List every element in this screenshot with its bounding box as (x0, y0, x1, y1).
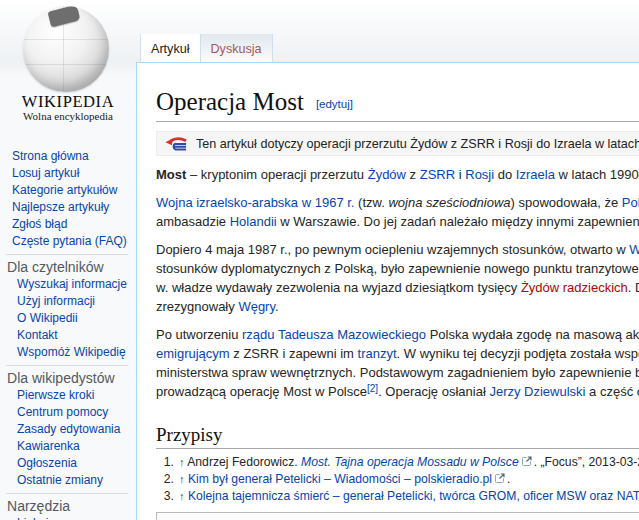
body-text: z ZSRR i zapewni im (230, 346, 358, 361)
wiki-link[interactable]: Wojna izraelsko-arabska w 1967 r. (156, 195, 354, 210)
body-text: ambasadzie (156, 214, 230, 229)
text-line: Po utworzeniu rządu Tadeusza Mazowieckie… (156, 325, 639, 344)
paragraph: Po utworzeniu rządu Tadeusza Mazowieckie… (156, 325, 639, 401)
external-link-icon (522, 454, 532, 471)
wiki-link[interactable]: Żydów (368, 167, 406, 182)
body-text: stosunków dyplomatycznych z Polską, było… (156, 261, 639, 276)
references-list: 1.↑ Andrzej Fedorowicz. Most. Tajna oper… (156, 454, 639, 505)
sidebar-link[interactable]: Losuj artykuł (12, 166, 79, 180)
sidebar-nav: Strona głównaLosuj artykułKategorie arty… (0, 148, 136, 520)
disambiguation-icon (165, 136, 187, 151)
sidebar-item: Zasady edytowania (0, 421, 128, 438)
reference-backlink[interactable]: ↑ (179, 490, 185, 502)
page-title-text: Operacja Most (156, 88, 304, 115)
text-line: Wojna izraelsko-arabska w 1967 r. (tzw. … (156, 193, 639, 212)
wiki-link[interactable]: Kolejna tajemnicza śmierć – generał Pete… (188, 489, 639, 503)
sidebar-link[interactable]: Wyszukaj informacje (17, 277, 127, 291)
wikipedia-globe-logo-icon[interactable] (23, 6, 109, 92)
wiki-link[interactable]: Izraela (516, 167, 555, 182)
sidebar-link[interactable]: Strona główna (12, 149, 89, 163)
sidebar-item: Kontakt (0, 327, 128, 344)
text-line: Most – kryptonim operacji przerzutu Żydó… (156, 165, 639, 184)
sidebar-link[interactable]: Kawiarenka (17, 439, 80, 453)
wiki-link[interactable]: Holandii (230, 214, 277, 229)
wiki-link[interactable]: emigrującym (156, 346, 230, 361)
sidebar-section-heading: Dla wikipedystów (7, 370, 128, 387)
sidebar-link[interactable]: Linkujące (17, 516, 68, 520)
sidebar-item-list: Strona głównaLosuj artykułKategorie arty… (0, 148, 136, 250)
wiki-link[interactable]: Kim był generał Petelicki – Wiadomości –… (188, 472, 492, 486)
external-link-icon (495, 471, 505, 488)
text-line: emigrującym z ZSRR i zapewni im tranzyt.… (156, 344, 639, 363)
body-text: ministerstwa spraw wewnętrznych. Podstaw… (156, 365, 639, 380)
red-link[interactable]: Żydów radzieckich (521, 280, 628, 295)
sidebar: WIKIPEDIA Wolna encyklopedia Strona głów… (0, 0, 136, 520)
italic-wiki-link[interactable]: Most. Tajna operacja Mossadu w Polsce (301, 455, 519, 469)
sidebar-link[interactable]: Zgłoś błąd (12, 217, 67, 231)
wikipedia-tagline: Wolna encyklopedia (0, 110, 136, 122)
paragraph: Dopiero 4 maja 1987 r., po pewnym ociepl… (156, 240, 639, 316)
sidebar-item: Ostatnie zmiany (0, 472, 128, 489)
sidebar-item-list: Pierwsze krokiCentrum pomocyZasady edyto… (0, 387, 128, 489)
body-text: . W wyniku tej decyzji podjęta została w… (397, 346, 639, 361)
body-text: (tzw. (354, 195, 388, 210)
sidebar-link[interactable]: Najlepsze artykuły (12, 200, 109, 214)
sidebar-link[interactable]: Ostatnie zmiany (17, 473, 103, 487)
body-text: ) spowodowała, że (511, 195, 622, 210)
reference-backlink[interactable]: ↑ (179, 473, 185, 485)
text-line: stosunków dyplomatycznych z Polską, było… (156, 259, 639, 278)
tab-artykuł[interactable]: Artykuł (140, 34, 200, 62)
text-line: ministerstwa spraw wewnętrznych. Podstaw… (156, 363, 639, 382)
paragraph: Most – kryptonim operacji przerzutu Żydó… (156, 165, 639, 184)
sidebar-link[interactable]: O Wikipedii (17, 311, 78, 325)
sidebar-link[interactable]: Kategorie artykułów (12, 183, 117, 197)
sidebar-item: O Wikipedii (0, 310, 128, 327)
sidebar-item: Pierwsze kroki (0, 387, 128, 404)
text-line: ambasadzie Holandii w Warszawie. Do jej … (156, 212, 639, 231)
sidebar-link[interactable]: Zasady edytowania (17, 422, 120, 436)
wiki-link[interactable]: Węgry (238, 299, 275, 314)
reference-item: 3.↑ Kolejna tajemnicza śmierć – generał … (156, 488, 639, 505)
tab-dyskusja[interactable]: Dyskusja (200, 34, 273, 62)
body-text: do (494, 167, 516, 182)
body-text: a część operacji (585, 384, 639, 399)
wiki-link[interactable]: Jerzy Dziewulski (489, 384, 585, 399)
article-content: Operacja Most[edytuj] Ten artykuł dotycz… (136, 62, 639, 520)
body-text: Po utworzeniu (156, 327, 242, 342)
reference-number: 2. (156, 471, 174, 488)
page-tabs: ArtykułDyskusja (140, 34, 273, 62)
wikipedia-article-page: WIKIPEDIA Wolna encyklopedia Strona głów… (0, 0, 639, 520)
text-line: w. władze wydawały zezwolenia na wyjazd … (156, 278, 639, 297)
body-text: . „Focus”, 2013-03-29. (534, 455, 639, 469)
wiki-link[interactable]: Rosji (465, 167, 494, 182)
wiki-link[interactable]: rządu Tadeusza Mazowieckiego (242, 327, 426, 342)
body-text: Polska wydała zgodę na masową akcję. (426, 327, 639, 342)
wiki-link[interactable]: Polska (622, 195, 639, 210)
sidebar-item: Kategorie artykułów (0, 182, 136, 199)
sidebar-link[interactable]: Pierwsze kroki (17, 388, 94, 402)
sidebar-item: Najlepsze artykuły (0, 199, 136, 216)
sidebar-group: Dla czytelnikówWyszukaj informacjeUżyj i… (6, 254, 128, 361)
italic-text: wojna sześciodniowa (388, 195, 510, 210)
sidebar-section-heading: Dla czytelników (7, 259, 128, 276)
wiki-link[interactable]: Warszawie (629, 242, 639, 257)
body-text: . (275, 299, 279, 314)
wikipedia-wordmark: WIKIPEDIA (0, 92, 136, 112)
sidebar-link[interactable]: Centrum pomocy (17, 405, 108, 419)
footnote-ref-link[interactable]: [2] (367, 383, 378, 394)
wiki-link[interactable]: tranzyt (358, 346, 397, 361)
sidebar-item-list: Wyszukaj informacjeUżyj informacjiO Wiki… (0, 276, 128, 361)
sidebar-link[interactable]: Częste pytania (FAQ) (12, 234, 127, 248)
bold-text: Most (156, 167, 186, 182)
hatnote: Ten artykuł dotyczy operacji przerzutu Ż… (156, 131, 639, 156)
sidebar-link[interactable]: Wspomóż Wikipedię (17, 345, 126, 359)
edit-section-link[interactable]: [edytuj] (316, 98, 353, 110)
sidebar-link[interactable]: Kontakt (17, 328, 58, 342)
wiki-link[interactable]: ZSRR (420, 167, 455, 182)
sidebar-item: Częste pytania (FAQ) (0, 233, 136, 250)
text-line: Dopiero 4 maja 1987 r., po pewnym ociepl… (156, 240, 639, 259)
footnote-ref: [2] (367, 383, 378, 394)
sidebar-link[interactable]: Ogłoszenia (17, 456, 77, 470)
sidebar-link[interactable]: Użyj informacji (17, 294, 95, 308)
sidebar-item: Użyj informacji (0, 293, 128, 310)
